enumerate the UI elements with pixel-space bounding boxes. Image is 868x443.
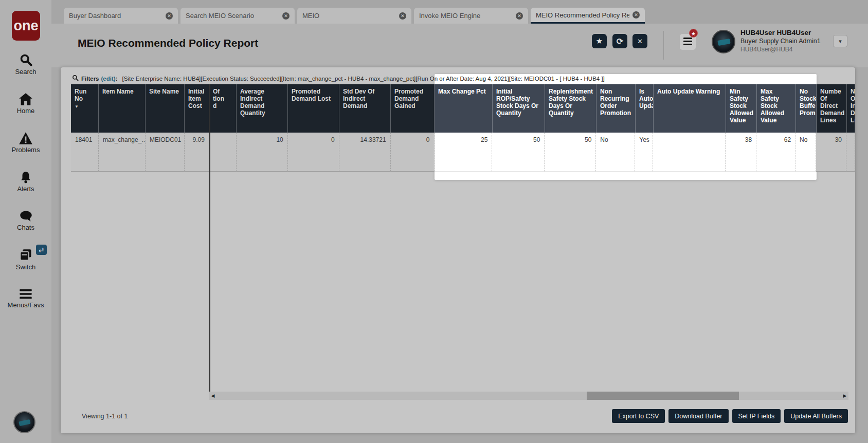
column-header-item-name[interactable]: Item Name — [99, 84, 146, 133]
cell-min-safety-stock-allowed-value[interactable]: 38 — [726, 133, 756, 172]
search-icon — [72, 75, 81, 82]
user-name: HUB4User HUB4User — [740, 29, 848, 36]
sidebar-item-search[interactable]: Search — [0, 53, 51, 76]
warning-triangle-icon — [0, 132, 51, 145]
cell-site-name[interactable]: MEIODC01 — [146, 133, 185, 172]
cell-auto-update-warning[interactable] — [653, 133, 726, 172]
chevron-down-icon: ▾ — [839, 38, 842, 44]
tab-meio[interactable]: MEIO ✕ — [297, 8, 411, 24]
cell-max-change-pct[interactable]: 25 — [435, 133, 493, 172]
frozen-pane-divider[interactable] — [209, 84, 210, 400]
close-icon[interactable]: ✕ — [516, 12, 523, 20]
user-avatar[interactable] — [712, 30, 735, 53]
column-header-of-tion-d[interactable]: Of tion d — [209, 84, 237, 133]
set-ip-fields-button[interactable]: Set IP Fields — [732, 409, 781, 423]
close-icon: ✕ — [637, 38, 643, 45]
filters-colon: : — [116, 76, 118, 82]
close-icon[interactable]: ✕ — [632, 11, 640, 19]
horizontal-scrollbar[interactable]: ◀ ▶ — [209, 392, 848, 400]
column-header-is-auto-updat[interactable]: Is Auto Updat — [636, 84, 654, 133]
cell-std-dev-of-indirect-demand[interactable]: 14.33721 — [339, 133, 391, 172]
cell-numbe-of-direct-demand-lines[interactable]: 30 — [816, 133, 846, 172]
sidebar-item-label: Home — [0, 107, 51, 115]
column-header-run-no[interactable]: Run No▼ — [71, 84, 99, 133]
column-header-max-safety-stock-allowed-value[interactable]: Max Safety Stock Allowed Value — [757, 84, 796, 133]
grid-data-row[interactable]: 18401max_change_...MEIODC019.0910014.337… — [71, 133, 855, 172]
refresh-button[interactable]: ⟳ — [612, 34, 627, 48]
column-header-max-change-pct[interactable]: Max Change Pct — [435, 84, 493, 133]
tab-search-meio-scenario[interactable]: Search MEIO Scenario ✕ — [180, 8, 295, 24]
tab-meio-recommended-policy-report[interactable]: MEIO Recommended Policy Rep... ✕ — [531, 8, 645, 24]
menu-star-badge: ★ — [689, 29, 698, 38]
sidebar-user-avatar[interactable] — [13, 411, 35, 433]
column-header-promoted-demand-gained[interactable]: Promoted Demand Gained — [391, 84, 435, 133]
column-header-non-recurring-order-promotion[interactable]: Non Recurring Order Promotion — [596, 84, 636, 133]
close-icon[interactable]: ✕ — [282, 12, 290, 20]
sidebar-item-alerts[interactable]: Alerts — [0, 171, 51, 193]
cell-max-safety-stock-allowed-value[interactable]: 62 — [756, 133, 795, 172]
column-header-promoted-demand-lost[interactable]: Promoted Demand Lost — [288, 84, 339, 133]
cell-promoted-demand-lost[interactable]: 0 — [288, 133, 339, 172]
sidebar-item-chats[interactable]: Chats — [0, 210, 51, 231]
sort-descending-icon[interactable]: ▼ — [75, 104, 95, 109]
scrollbar-thumb[interactable] — [587, 392, 739, 400]
sidebar-item-switch[interactable]: ⇄ Switch — [0, 249, 51, 271]
sidebar-item-label: Switch — [0, 263, 51, 271]
chat-bubble-icon — [0, 210, 51, 223]
column-header-initial-rop-safety-stock-days-or-quantity[interactable]: Initial ROP/Safety Stock Days Or Quantit… — [493, 84, 545, 133]
cell-initial-item-cost[interactable]: 9.09 — [185, 133, 209, 172]
tab-strip: Buyer Dashboard ✕ Search MEIO Scenario ✕… — [51, 0, 868, 24]
cell-replenishment-safety-stock-days-or-quantity[interactable]: 50 — [545, 133, 596, 172]
column-header-auto-update-warning[interactable]: Auto Update Warning — [654, 84, 726, 133]
column-header-average-indirect-demand-quantity[interactable]: Average Indirect Demand Quantity — [237, 84, 288, 133]
column-header-initial-item-cost[interactable]: Initial Item Cost — [185, 84, 209, 133]
sidebar-item-label: Problems — [0, 146, 51, 154]
cell-item-name[interactable]: max_change_... — [99, 133, 146, 172]
column-header-min-safety-stock-allowed-value[interactable]: Min Safety Stock Allowed Value — [726, 84, 757, 133]
close-report-button[interactable]: ✕ — [632, 34, 647, 48]
scroll-left-arrow[interactable]: ◀ — [209, 392, 216, 400]
column-header-site-name[interactable]: Site Name — [146, 84, 185, 133]
scroll-right-arrow[interactable]: ▶ — [841, 392, 848, 400]
tab-buyer-dashboard[interactable]: Buyer Dashboard ✕ — [64, 8, 178, 24]
user-info: HUB4User HUB4User Buyer Supply Chain Adm… — [740, 29, 848, 53]
column-header-no-stock-buffe-prom[interactable]: No Stock Buffe Prom — [796, 84, 817, 133]
cell-non-recurring-order-promotion[interactable]: No — [596, 133, 635, 172]
cell-n-of-in-de-li[interactable] — [846, 133, 855, 172]
column-header-numbe-of-direct-demand-lines[interactable]: Numbe Of Direct Demand Lines — [817, 84, 847, 133]
user-org: HUB4User@HUB4 — [740, 46, 848, 53]
viewing-count: Viewing 1-1 of 1 — [82, 413, 128, 420]
star-icon: ★ — [596, 36, 603, 46]
tab-invoke-meio-engine[interactable]: Invoke MEIO Engine ✕ — [414, 8, 528, 24]
download-buffer-button[interactable]: Download Buffer — [668, 409, 728, 423]
cell-no-stock-buffe-prom[interactable]: No — [795, 133, 816, 172]
column-header-replenishment-safety-stock-days-or-quantity[interactable]: Replenishment Safety Stock Days Or Quant… — [545, 84, 596, 133]
page-title: MEIO Recommended Policy Report — [78, 37, 258, 49]
tab-label: MEIO Recommended Policy Rep... — [536, 11, 629, 19]
tab-label: Invoke MEIO Engine — [419, 12, 513, 20]
cell-average-indirect-demand-quantity[interactable]: 10 — [237, 133, 288, 172]
switch-badge-icon[interactable]: ⇄ — [36, 245, 47, 255]
cell-is-auto-updat[interactable]: Yes — [635, 133, 653, 172]
filters-bar: Filters (edit) : [Site Enterprise Name: … — [72, 74, 843, 83]
export-to-csv-button[interactable]: Export to CSV — [612, 409, 665, 423]
user-menu-caret[interactable]: ▾ — [833, 35, 847, 47]
cell-of-tion-d[interactable] — [209, 133, 237, 172]
close-icon[interactable]: ✕ — [399, 12, 406, 20]
sidebar-item-menus-favs[interactable]: Menus/Favs — [0, 288, 51, 309]
cell-promoted-demand-gained[interactable]: 0 — [391, 133, 435, 172]
one-network-logo[interactable]: one — [12, 11, 40, 41]
filters-edit-link[interactable]: (edit) — [101, 76, 116, 82]
cell-initial-rop-safety-stock-days-or-quantity[interactable]: 50 — [492, 133, 545, 172]
sidebar-item-problems[interactable]: Problems — [0, 132, 51, 154]
cell-run-no[interactable]: 18401 — [71, 133, 99, 172]
column-header-n-of-in-de-li[interactable]: N Of In De Li — [847, 84, 855, 133]
column-header-std-dev-of-indirect-demand[interactable]: Std Dev Of Indirect Demand — [339, 84, 391, 133]
sidebar-item-home[interactable]: Home — [0, 93, 51, 115]
close-icon[interactable]: ✕ — [166, 12, 173, 20]
update-all-buffers-button[interactable]: Update All Buffers — [784, 409, 848, 423]
page-header: MEIO Recommended Policy Report ★ ⟳ ✕ ★ H… — [51, 24, 868, 67]
avatar-graphic — [717, 39, 730, 46]
report-panel: Filters (edit) : [Site Enterprise Name: … — [61, 67, 855, 433]
favorite-button[interactable]: ★ — [592, 34, 607, 48]
